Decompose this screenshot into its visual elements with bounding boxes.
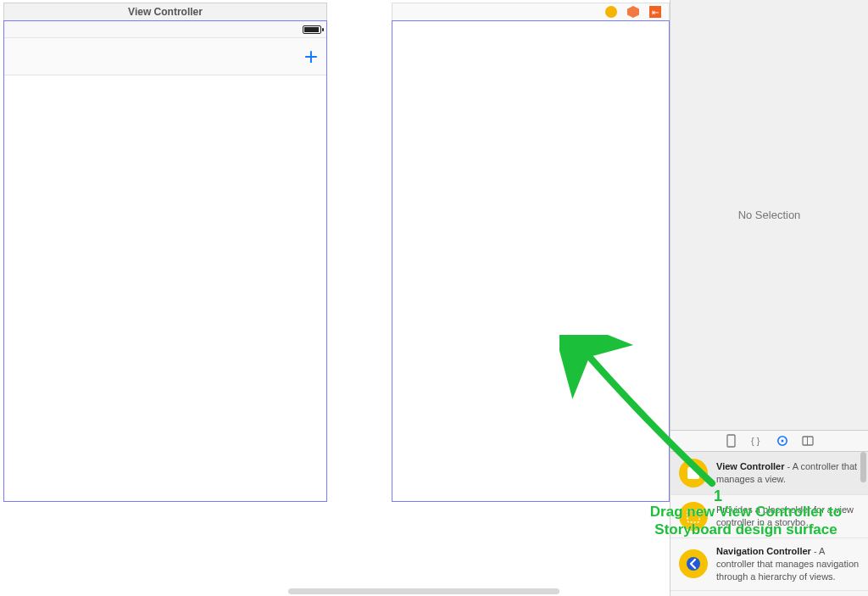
battery-icon: [303, 25, 321, 34]
status-bar: [4, 21, 326, 38]
library-item-title: View Controller: [716, 461, 784, 471]
svg-rect-6: [687, 467, 699, 479]
navigation-bar: +: [4, 38, 326, 75]
first-responder-icon[interactable]: [604, 5, 618, 19]
navigation-controller-icon: [679, 549, 708, 578]
svg-rect-5: [807, 437, 808, 445]
horizontal-scrollbar[interactable]: [288, 588, 559, 594]
library-item-text: Navigation Controller - A controller tha…: [716, 545, 860, 583]
library-item-navigation-controller[interactable]: Navigation Controller - A controller tha…: [670, 538, 868, 591]
scene-title: View Controller: [128, 6, 203, 18]
storyboard-exit-icon[interactable]: ⇤: [648, 5, 662, 19]
svg-point-8: [687, 557, 700, 571]
scene-title-bar[interactable]: View Controller: [3, 3, 327, 20]
view-controller-scene-1[interactable]: +: [3, 20, 327, 502]
svg-point-3: [781, 440, 783, 443]
media-library-tab[interactable]: [801, 434, 815, 448]
code-snippet-library-tab[interactable]: { }: [750, 434, 764, 448]
file-template-library-tab[interactable]: [725, 434, 738, 448]
annotation-text: Drag new View Controller to Storyboard d…: [619, 503, 868, 539]
object-library-tab[interactable]: [776, 434, 789, 448]
add-bar-button[interactable]: +: [304, 45, 318, 69]
library-item-title: Navigation Controller: [716, 546, 811, 556]
library-item-view-controller[interactable]: View Controller - A controller that mana…: [670, 452, 868, 495]
svg-rect-0: [727, 435, 735, 447]
storyboard-canvas[interactable]: View Controller + ⇤: [0, 0, 670, 596]
inspector-area: No Selection: [670, 0, 868, 430]
svg-text:{ }: { }: [751, 436, 760, 446]
view-controller-icon: [679, 459, 708, 487]
inspector-empty-label: No Selection: [738, 209, 801, 221]
library-tab-bar: { }: [670, 430, 868, 452]
scene-header-icons[interactable]: ⇤: [392, 3, 670, 20]
view-controller-scene-2[interactable]: [392, 20, 670, 502]
library-scrollbar[interactable]: [860, 452, 866, 482]
exit-icon[interactable]: [626, 5, 640, 19]
library-item-text: View Controller - A controller that mana…: [716, 460, 860, 486]
